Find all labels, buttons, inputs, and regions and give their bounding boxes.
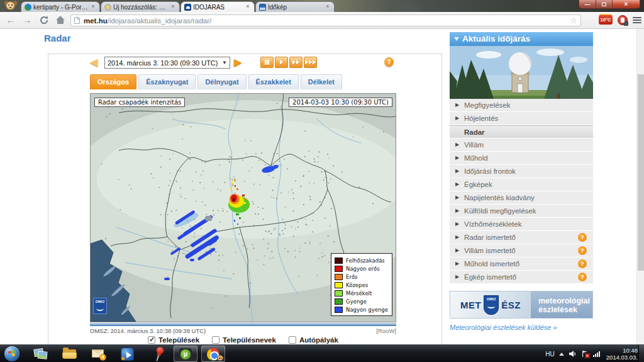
bookmark-star-icon[interactable]: ☆ (570, 15, 577, 26)
utorrent-taskbar-button[interactable]: µ (174, 346, 197, 362)
close-button[interactable]: × (613, 0, 640, 8)
volume-icon[interactable] (569, 350, 577, 358)
network-signal-icon[interactable] (593, 351, 600, 357)
mail-icon[interactable] (91, 346, 107, 361)
hidden-icons-chevron[interactable] (559, 353, 564, 356)
browser-tab[interactable]: Új hozzászólás: Meteoroló × (101, 1, 180, 12)
tab-close-icon[interactable]: × (170, 4, 176, 10)
layer-toggle[interactable]: Települések (148, 336, 199, 344)
help-badge-icon[interactable]: ? (578, 273, 587, 281)
help-badge-icon[interactable]: ? (578, 233, 587, 242)
blocker-extension-icon[interactable] (618, 15, 628, 25)
chevron-right-icon: ▶ (455, 244, 459, 257)
region-tab-label: Délnyugat (205, 78, 238, 86)
file-explorer-icon[interactable] (62, 346, 78, 361)
tab-close-icon[interactable]: × (90, 4, 96, 10)
sidebar-header[interactable]: Aktuális időjárás (450, 32, 593, 46)
legend-row: Közepes (335, 281, 388, 289)
minimize-button[interactable]: — (579, 0, 596, 8)
browser-tab[interactable]: kertiparty - G-Portál × (21, 1, 100, 12)
legend-label: Erős (346, 274, 358, 280)
page-scrollbar[interactable] (636, 29, 644, 344)
sidebar-menu-item[interactable]: ▶ Külföldi megfigyelések (450, 205, 593, 217)
tab-close-icon[interactable]: × (245, 4, 251, 10)
pushpin-icon[interactable] (149, 344, 169, 362)
sidebar-menu-item[interactable]: ▶ Villám (450, 139, 593, 151)
tab-favicon (25, 4, 31, 11)
region-tab[interactable]: Északnyugat (138, 74, 196, 89)
play-control-button[interactable] (304, 57, 317, 68)
datetime-select[interactable]: 2014. március 3. 10:30 (09:30 UTC) ▼ (104, 57, 230, 69)
legend-row: Mérsékelt (335, 289, 388, 297)
url-text: met.hu/idojaras/aktualis_idojaras/radar/ (84, 17, 211, 25)
help-icon[interactable]: ? (384, 57, 394, 67)
shield-text: OMSZ (484, 297, 498, 301)
start-button[interactable] (4, 346, 19, 361)
sidebar-menu-item[interactable]: ▶ Napijelentés kiadvány (450, 191, 593, 204)
layer-toggle[interactable]: Autópályák (289, 336, 338, 344)
dolphin-icon (487, 304, 495, 308)
browser-tab[interactable]: Időkép × (255, 1, 335, 12)
layer-toggle[interactable]: Településnevek (212, 336, 276, 344)
screen: kertiparty - G-Portál × Új hozzászólás: … (0, 0, 644, 362)
region-tab[interactable]: Északkelet (248, 74, 299, 89)
checkbox[interactable] (289, 336, 296, 344)
dog-badge-icon (217, 355, 223, 361)
back-button[interactable]: ← (4, 14, 18, 26)
play-control-button[interactable] (260, 57, 274, 68)
sidebar-menu-item[interactable]: ▶ Villám ismertető ? (450, 244, 593, 257)
animation-controls (260, 57, 317, 68)
legend-label: Felhőszakadás (346, 257, 385, 264)
forward-button[interactable]: → (20, 14, 34, 26)
region-tab[interactable]: Délnyugat (197, 74, 246, 89)
region-tab[interactable]: Országos (90, 74, 136, 89)
play-control-button[interactable] (275, 57, 288, 68)
play-control-button[interactable] (289, 57, 303, 68)
show-desktop-button[interactable] (638, 345, 644, 362)
dolphin-icon (96, 306, 104, 311)
photo-viewer-icon[interactable] (33, 346, 49, 361)
chrome-menu-icon[interactable] (633, 15, 641, 25)
sidebar-menu-item[interactable]: ▶ Műhold (450, 152, 593, 164)
checkbox[interactable] (148, 336, 155, 344)
sidebar-item-label: Időjárási frontok (464, 167, 516, 175)
address-bar[interactable]: met.hu/idojaras/aktualis_idojaras/radar/… (70, 14, 581, 26)
browser-tab[interactable]: IDŐJÁRÁS × (180, 1, 255, 12)
banner-met-text: MET (460, 300, 481, 310)
sidebar-menu-item[interactable]: ▶ Műhold ismertető ? (450, 257, 593, 270)
region-tabs: Országos Északnyugat Délnyugat Északkele… (90, 74, 342, 89)
home-button[interactable] (55, 15, 65, 25)
next-frame-arrow-icon[interactable]: ▶ (234, 57, 242, 67)
sidebar-menu-item[interactable]: ▶ Égképek (450, 178, 593, 191)
sidebar-menu-item[interactable]: ▶ Égkép ismertető ? (450, 271, 593, 283)
sidebar-menu-item[interactable]: ▶ Hójelentés (450, 112, 593, 125)
help-badge-icon[interactable]: ? (578, 246, 587, 255)
avatar-face (6, 1, 15, 10)
profile-dog-avatar-icon[interactable] (4, 1, 18, 11)
observations-link[interactable]: Meteorológiai észlelések küldése » (450, 324, 593, 331)
reload-button[interactable] (39, 15, 49, 25)
maximize-button[interactable] (596, 0, 613, 8)
weather-extension-icon[interactable]: 10°C (599, 15, 613, 25)
datetime-value: 2014. március 3. 10:30 (09:30 UTC) (108, 59, 218, 67)
sidebar-menu-item[interactable]: ▶ Vízhőmérsékletek (450, 218, 593, 230)
scrollbar-thumb[interactable] (638, 74, 644, 271)
region-tab[interactable]: Délkelet (301, 74, 342, 89)
help-badge-icon[interactable]: ? (578, 259, 587, 268)
action-center-flag-icon[interactable]: × (581, 350, 589, 358)
metesz-banner[interactable]: MET OMSZ ÉSZ meteorológiai észlelések (450, 291, 593, 319)
sidebar-menu-item[interactable]: ▶ Radar ismertető ? (450, 231, 593, 244)
language-indicator[interactable]: HU (545, 351, 554, 358)
checkbox[interactable] (212, 336, 219, 344)
chrome-taskbar-button[interactable] (201, 346, 225, 362)
sidebar-menu-item[interactable]: ▶ Megfigyelések (450, 99, 593, 111)
page-icon (74, 17, 80, 24)
legend-label: Nagyon gyenge (346, 307, 388, 313)
clock[interactable]: 10:48 2014.03.03. (606, 347, 638, 361)
previous-frame-arrow-icon[interactable]: ◀ (90, 57, 97, 67)
media-player-icon[interactable] (119, 346, 136, 361)
tab-close-icon[interactable]: × (325, 4, 331, 10)
timeline-bar[interactable] (90, 323, 396, 326)
sidebar-menu-item[interactable]: ▶ Időjárási frontok (450, 165, 593, 178)
sidebar-menu-item[interactable]: ▶ Radar (450, 125, 593, 138)
